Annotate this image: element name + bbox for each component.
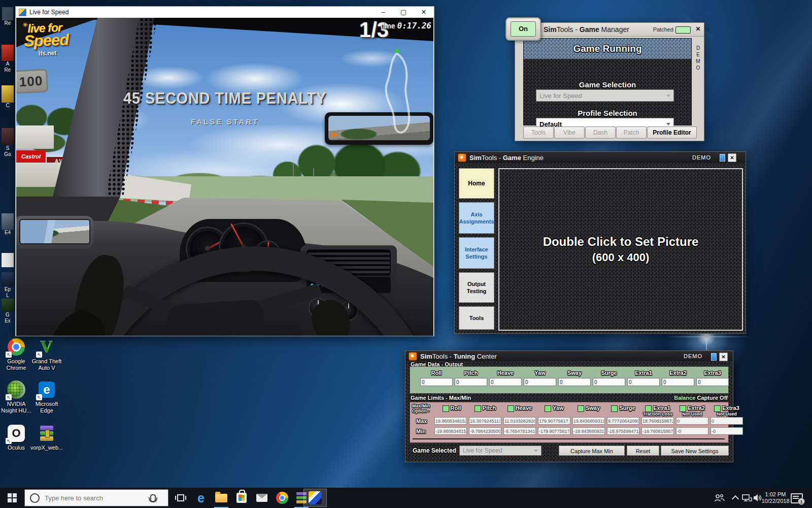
game-selected-dropdown[interactable]: Live for Speed [459, 446, 542, 456]
taskbar-chrome[interactable] [272, 488, 292, 508]
tab-tools[interactable]: Tools [459, 306, 494, 330]
limit-toggle-heave[interactable]: Heave [500, 405, 539, 412]
max-heave[interactable] [503, 417, 536, 425]
limit-toggle-roll[interactable]: Roll [432, 405, 471, 412]
vibe-button[interactable]: Vibe [554, 126, 585, 139]
desktop-icon-vorpx[interactable]: vorpX_web... [30, 424, 63, 451]
desktop-icon-edge[interactable]: e ↖ Microsoft Edge [30, 380, 63, 414]
start-button[interactable] [0, 488, 24, 508]
min-pitch[interactable] [469, 427, 501, 435]
max-extra1[interactable] [641, 417, 674, 425]
output-value-yaw[interactable] [524, 378, 556, 386]
picture-placeholder[interactable]: Double Click to Set Picture (600 x 400) [498, 168, 743, 331]
hidden-icons-chevron[interactable] [733, 488, 738, 508]
max-sway[interactable] [572, 417, 605, 425]
checkbox-icon[interactable] [507, 405, 514, 412]
max-surge[interactable] [607, 417, 639, 425]
checkbox-icon[interactable] [475, 405, 481, 412]
checkbox-icon[interactable] [443, 405, 449, 412]
checkbox-icon[interactable] [680, 405, 686, 412]
min-surge[interactable] [607, 427, 639, 435]
microphone-icon[interactable] [150, 494, 156, 502]
min-heave[interactable] [503, 427, 536, 435]
save-new-settings-button[interactable]: Save New Settings [661, 446, 729, 456]
max-yaw[interactable] [538, 417, 570, 425]
pin-icon[interactable] [711, 353, 717, 361]
min-extra1[interactable] [641, 427, 674, 435]
min-sway[interactable] [572, 427, 605, 435]
taskbar-store[interactable] [231, 488, 252, 508]
checkbox-icon[interactable] [545, 405, 551, 412]
taskbar-clock[interactable]: 1:02 PM 10/22/2018 [760, 488, 791, 508]
dash-button[interactable]: Dash [585, 126, 616, 139]
balance-label[interactable]: Balance [674, 395, 695, 401]
taskbar-lfs-active[interactable] [303, 489, 327, 507]
output-value-extra3[interactable] [696, 378, 729, 386]
max-extra2[interactable] [676, 417, 708, 425]
output-value-heave[interactable] [489, 378, 522, 386]
max-extra3[interactable] [710, 417, 743, 425]
output-value-pitch[interactable] [455, 378, 487, 386]
tab-axis-assignments[interactable]: Axis Assignments [459, 202, 494, 234]
output-value-extra1[interactable] [627, 378, 660, 386]
game-selection-dropdown[interactable]: Live for Speed [536, 89, 674, 102]
taskbar-file-explorer[interactable] [211, 488, 231, 508]
desktop-icon-fragment[interactable] [0, 253, 15, 267]
output-value-sway[interactable] [558, 378, 591, 386]
taskbar-mail[interactable] [252, 488, 272, 508]
desktop-icon-fragment[interactable]: Ep L [0, 272, 15, 299]
minimize-button[interactable]: – [373, 7, 393, 18]
search-input[interactable] [44, 494, 147, 502]
limit-toggle-yaw[interactable]: Yaw [535, 405, 573, 412]
min-extra3[interactable] [710, 427, 743, 435]
checkbox-icon[interactable] [714, 405, 721, 412]
max-roll[interactable] [434, 417, 467, 425]
game-viewport[interactable]: Castrol AVON [16, 18, 433, 336]
limit-toggle-pitch[interactable]: Pitch [466, 405, 504, 412]
close-button[interactable]: ✕ [694, 25, 702, 34]
min-extra2[interactable] [676, 427, 708, 435]
desktop-icon-google-chrome[interactable]: ↖ Google Chrome [0, 337, 32, 371]
desktop-icon-nvidia-nsight[interactable]: ↖ NVIDIA Nsight HU... [0, 380, 32, 414]
capture-max-min-button[interactable]: Capture Max Min [559, 446, 625, 456]
close-button[interactable]: ✕ [719, 353, 728, 361]
maximize-button[interactable]: ▢ [393, 7, 414, 18]
limit-toggle-extra2[interactable]: Extra2 [673, 405, 712, 412]
desktop-icon-gtav[interactable]: V ↖ Grand Theft Auto V [30, 337, 63, 371]
reset-button[interactable]: Reset [627, 446, 659, 456]
profile-editor-button[interactable]: Profile Editor [647, 126, 697, 139]
checkbox-icon[interactable] [645, 405, 652, 412]
desktop-icon-fragment[interactable]: A Re [0, 45, 15, 73]
capture-off-label[interactable]: Capture Off [697, 395, 728, 401]
desktop-icon-fragment[interactable]: C [0, 85, 15, 109]
limit-toggle-extra3[interactable]: Extra3 [707, 405, 746, 412]
min-roll[interactable] [434, 427, 467, 435]
checkbox-icon[interactable] [611, 405, 618, 412]
output-value-roll[interactable] [420, 378, 453, 386]
close-button[interactable]: ✕ [414, 7, 434, 18]
max-pitch[interactable] [469, 417, 501, 425]
limit-toggle-sway[interactable]: Sway [569, 405, 608, 412]
output-value-surge[interactable] [593, 378, 625, 386]
tab-interface-settings[interactable]: Interface Settings [459, 237, 494, 269]
limit-toggle-surge[interactable]: Surge [604, 405, 642, 412]
desktop-icon-fragment[interactable]: E4 [0, 213, 15, 236]
patch-button[interactable]: Patch [616, 126, 647, 139]
on-toggle-button[interactable]: On [511, 21, 536, 37]
pin-icon[interactable] [720, 154, 725, 162]
desktop-icon-fragment[interactable]: Re [0, 7, 15, 26]
taskbar-edge[interactable]: e [191, 488, 211, 508]
lfs-titlebar[interactable]: Live for Speed – ▢ ✕ [16, 7, 434, 18]
desktop-icon-fragment[interactable]: G Ex [0, 299, 15, 324]
close-button[interactable]: ✕ [728, 153, 736, 162]
people-icon[interactable] [715, 488, 725, 508]
min-yaw[interactable] [538, 427, 570, 435]
tab-home[interactable]: Home [459, 168, 494, 199]
desktop-icon-fragment[interactable]: S Ga [0, 128, 15, 157]
output-value-extra2[interactable] [662, 378, 694, 386]
desktop-icon-oculus[interactable]: O ↖ Oculus [0, 424, 32, 451]
tools-button[interactable]: Tools [523, 126, 554, 139]
network-icon[interactable] [742, 488, 752, 508]
checkbox-icon[interactable] [578, 405, 584, 412]
taskbar-search[interactable] [24, 489, 168, 506]
